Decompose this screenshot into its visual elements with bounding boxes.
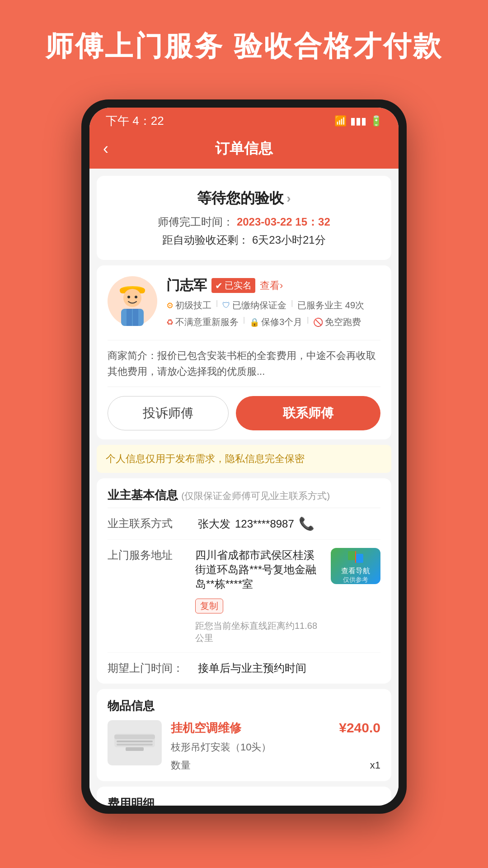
svg-rect-16 — [126, 747, 144, 751]
warranty-icon: 🔒 — [249, 317, 259, 327]
page-title: 订单信息 — [126, 139, 362, 159]
redo-tag: ♻ 不满意重新服务 — [166, 316, 239, 328]
free-visit-icon: 🚫 — [313, 317, 323, 327]
check-icon: ✔ — [215, 280, 223, 291]
item-qty-row: 数量 x1 — [171, 759, 380, 772]
map-label: 查看导航 — [341, 566, 370, 576]
worker-name: 门志军 — [166, 276, 207, 295]
countdown-value: 6天23小时21分 — [252, 234, 326, 246]
worker-info: 门志军 ✔ 已实名 查看› ⚙ 初级技工 — [166, 276, 380, 333]
qty-label: 数量 — [171, 759, 191, 772]
status-icons: 📶 ▮▮▮ 🔋 — [334, 115, 382, 127]
worker-avatar — [108, 276, 157, 326]
item-sub: 枝形吊灯安装（10头） — [171, 741, 380, 754]
warranty-tag: 🔒 保修3个月 — [249, 316, 302, 328]
nav-bar: ‹ 订单信息 — [89, 132, 399, 169]
worker-card: 门志军 ✔ 已实名 查看› ⚙ 初级技工 — [97, 265, 391, 439]
address-value: 四川省成都市武侯区桂溪街道环岛路***号复地金融岛**栋****室 复制 距您当… — [195, 548, 324, 644]
level-icon: ⚙ — [166, 301, 174, 311]
worker-name-row: 门志军 ✔ 已实名 查看› — [166, 276, 380, 295]
completion-time-row: 师傅完工时间： 2023-03-22 15：32 — [110, 215, 378, 229]
contact-phone: 123****8987 — [235, 518, 294, 530]
address-distance: 距您当前坐标直线距离约11.68公里 — [195, 620, 324, 644]
svg-rect-6 — [121, 309, 144, 326]
status-time: 下午 4：22 — [106, 113, 164, 129]
item-image — [108, 720, 162, 765]
redo-icon: ♻ — [166, 317, 174, 327]
owner-info-card: 业主基本信息 (仅限保证金师傅可见业主联系方式) 业主联系方式 张大发 123*… — [97, 478, 391, 684]
phone-frame: 下午 4：22 📶 ▮▮▮ 🔋 ‹ 订单信息 等待您的验收 › — [81, 99, 407, 814]
verified-badge: ✔ 已实名 — [211, 278, 255, 293]
address-main: 四川省成都市武侯区桂溪街道环岛路***号复地金融岛**栋****室 — [195, 548, 324, 591]
owner-section-subtitle: (仅限保证金师傅可见业主联系方式) — [181, 491, 330, 501]
contact-value: 张大发 123****8987 📞 — [198, 516, 380, 531]
item-price: ¥240.0 — [339, 720, 380, 741]
status-bar: 下午 4：22 📶 ▮▮▮ 🔋 — [89, 108, 399, 132]
svg-rect-14 — [117, 741, 153, 742]
hero-tagline: 师傅上门服务 验收合格才付款 — [0, 27, 488, 65]
copy-button[interactable]: 复制 — [195, 599, 223, 613]
ac-image — [112, 725, 157, 761]
worker-tags: ⚙ 初级技工 | 🛡 已缴纳保证金 | 已服务业主 49次 — [166, 299, 380, 311]
deposit-tag: 🛡 已缴纳保证金 — [222, 299, 286, 311]
deposit-icon: 🛡 — [222, 301, 230, 310]
contact-row: 业主联系方式 张大发 123****8987 📞 — [108, 508, 380, 540]
worker-header: 门志军 ✔ 已实名 查看› ⚙ 初级技工 — [108, 276, 380, 333]
status-card: 等待您的验收 › 师傅完工时间： 2023-03-22 15：32 距自动验收还… — [97, 176, 391, 260]
time-label: 期望上门时间： — [108, 661, 189, 675]
time-value: 接单后与业主预约时间 — [198, 661, 380, 675]
svg-rect-7 — [127, 309, 132, 326]
map-icon — [347, 548, 364, 566]
svg-point-3 — [123, 289, 141, 307]
qty-value: x1 — [370, 760, 380, 771]
time-row: 期望上门时间： 接单后与业主预约时间 — [108, 653, 380, 684]
address-row: 上门服务地址 四川省成都市武侯区桂溪街道环岛路***号复地金融岛**栋****室… — [108, 540, 380, 653]
owner-section-title: 业主基本信息 (仅限保证金师傅可见业主联系方式) — [108, 478, 380, 508]
phone-icon[interactable]: 📞 — [299, 516, 314, 531]
svg-rect-15 — [117, 744, 153, 745]
svg-point-4 — [127, 296, 130, 298]
item-card: 物品信息 — [97, 689, 391, 781]
status-title[interactable]: 等待您的验收 › — [110, 189, 378, 208]
item-info: 挂机空调维修 ¥240.0 枝形吊灯安装（10头） 数量 x1 — [171, 720, 380, 772]
item-section-title: 物品信息 — [108, 689, 380, 720]
phone-wrapper: 下午 4：22 📶 ▮▮▮ 🔋 ‹ 订单信息 等待您的验收 › — [81, 99, 407, 814]
status-chevron-icon: › — [286, 191, 291, 206]
completion-time-value: 2023-03-22 15：32 — [237, 216, 330, 228]
fee-section-title: 费用明细 — [97, 787, 391, 806]
back-button[interactable]: ‹ — [103, 139, 126, 158]
screen-content[interactable]: 等待您的验收 › 师傅完工时间： 2023-03-22 15：32 距自动验收还… — [89, 169, 399, 806]
map-navigation-button[interactable]: 查看导航 仅供参考 — [331, 548, 380, 584]
worker-tags-2: ♻ 不满意重新服务 | 🔒 保修3个月 | 🚫 — [166, 316, 380, 328]
svg-point-5 — [135, 296, 137, 298]
worker-desc: 商家简介：报价已包含安装书柜的全套费用，中途不会再收取其他费用，请放心选择我的优… — [108, 340, 380, 387]
item-row: 挂机空调维修 ¥240.0 枝形吊灯安装（10头） 数量 x1 — [108, 720, 380, 781]
level-tag: ⚙ 初级技工 — [166, 299, 211, 311]
svg-rect-9 — [348, 551, 355, 560]
info-notice: 个人信息仅用于发布需求，隐私信息完全保密 — [97, 445, 391, 473]
item-name: 挂机空调维修 — [171, 720, 241, 736]
svg-marker-11 — [355, 551, 356, 563]
worker-actions: 投诉师傅 联系师傅 — [108, 387, 380, 439]
svg-rect-10 — [356, 554, 363, 563]
address-label: 上门服务地址 — [108, 548, 189, 562]
check-link[interactable]: 查看› — [260, 279, 283, 292]
service-count-tag: 已服务业主 49次 — [297, 299, 364, 311]
phone-screen: 下午 4：22 📶 ▮▮▮ 🔋 ‹ 订单信息 等待您的验收 › — [89, 108, 399, 806]
contact-name: 张大发 — [198, 517, 230, 531]
countdown-row: 距自动验收还剩： 6天23小时21分 — [110, 233, 378, 247]
battery-icon: 🔋 — [370, 115, 382, 127]
complain-button[interactable]: 投诉师傅 — [108, 396, 229, 430]
map-sublabel: 仅供参考 — [343, 576, 368, 584]
svg-rect-13 — [114, 735, 155, 739]
contact-label: 业主联系方式 — [108, 516, 189, 531]
free-visit-tag: 🚫 免空跑费 — [313, 316, 361, 328]
item-price-row: 挂机空调维修 ¥240.0 — [171, 720, 380, 741]
wifi-icon: 📶 — [334, 115, 347, 127]
signal-icon: ▮▮▮ — [350, 115, 366, 127]
contact-button[interactable]: 联系师傅 — [236, 396, 380, 430]
svg-rect-8 — [133, 309, 138, 326]
